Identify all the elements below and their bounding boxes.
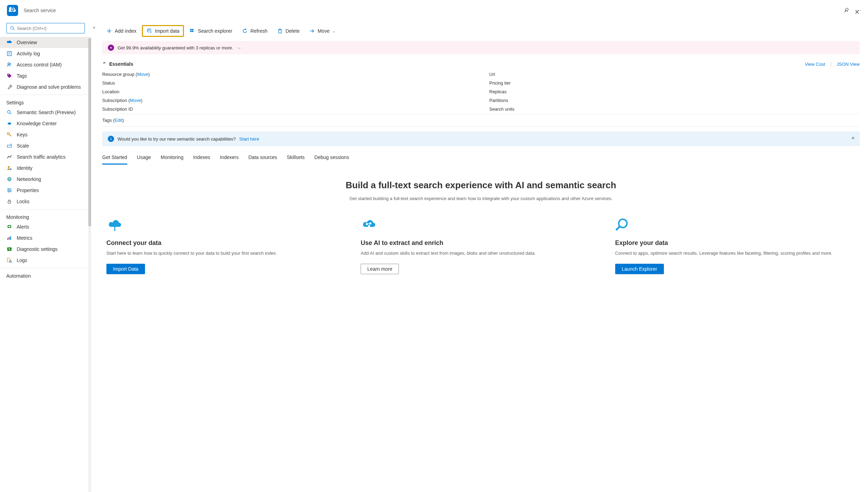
nav-label: Diagnostic settings — [17, 246, 58, 252]
nav-locks[interactable]: Locks — [0, 196, 91, 207]
nav-label: Properties — [17, 188, 39, 193]
svg-rect-46 — [279, 30, 281, 33]
hero: Build a full-text search experience with… — [102, 180, 860, 202]
svg-point-11 — [8, 111, 10, 113]
magnifier-icon — [615, 217, 632, 234]
svg-point-26 — [8, 189, 9, 190]
replicas-row: Replicas — [489, 89, 860, 94]
nav-semantic-search[interactable]: Semantic Search (Preview) — [0, 107, 91, 118]
launch-explorer-button[interactable]: Launch Explorer — [615, 264, 664, 274]
essentials-toggle[interactable]: ⌃ Essentials — [102, 61, 133, 67]
btn-label: Search explorer — [198, 28, 232, 34]
svg-rect-17 — [7, 145, 11, 147]
essentials-section: ⌃ Essentials View Cost JSON View Resourc… — [102, 59, 860, 127]
nav-networking[interactable]: Networking — [0, 174, 91, 185]
diagnostic-icon — [6, 246, 13, 252]
refresh-button[interactable]: Refresh — [238, 26, 272, 36]
svg-line-12 — [10, 113, 11, 114]
tab-indexers[interactable]: Indexers — [220, 152, 239, 165]
url-row: Url — [489, 72, 860, 77]
nav-traffic-analytics[interactable]: Search traffic analytics — [0, 151, 91, 162]
json-view-link[interactable]: JSON View — [837, 62, 860, 67]
view-cost-link[interactable]: View Cost — [805, 62, 825, 67]
tab-data-sources[interactable]: Data sources — [248, 152, 277, 165]
nav-access-control[interactable]: Access control (IAM) — [0, 59, 91, 70]
search-explorer-button[interactable]: Search explorer — [185, 26, 236, 36]
move-button[interactable]: Move ⌄ — [305, 26, 339, 36]
svg-line-56 — [617, 227, 619, 230]
wrench-icon — [6, 84, 13, 90]
trash-icon — [277, 28, 283, 34]
nav-diagnostic-settings[interactable]: Diagnostic settings — [0, 244, 91, 255]
knowledge-icon — [6, 120, 13, 127]
section-automation: Automation — [0, 268, 91, 280]
svg-point-10 — [8, 74, 9, 75]
nav-knowledge-center[interactable]: Knowledge Center — [0, 118, 91, 129]
start-here-link[interactable]: Start here — [239, 136, 259, 142]
svg-rect-29 — [8, 201, 11, 203]
svg-point-13 — [8, 123, 9, 124]
nav-keys[interactable]: Keys — [0, 129, 91, 140]
move-link[interactable]: Move — [137, 72, 148, 77]
search-input[interactable] — [16, 26, 82, 31]
svg-rect-32 — [7, 238, 8, 240]
arrow-right-icon[interactable]: → — [236, 45, 241, 50]
nav-label: Overview — [17, 40, 37, 45]
btn-label: Add index — [115, 28, 136, 34]
refresh-icon — [242, 28, 248, 34]
banner-text: Would you like to try our new semantic s… — [118, 136, 236, 142]
tab-monitoring[interactable]: Monitoring — [161, 152, 183, 165]
tab-get-started[interactable]: Get Started — [102, 152, 127, 165]
nav-alerts[interactable]: Alerts — [0, 221, 91, 232]
delete-button[interactable]: Delete — [273, 26, 304, 36]
svg-rect-45 — [192, 31, 193, 32]
import-data-card-button[interactable]: Import Data — [106, 264, 145, 274]
sidebar-scrollbar[interactable] — [88, 38, 91, 492]
semantic-search-icon — [6, 109, 13, 116]
tabs: Get Started Usage Monitoring Indexes Ind… — [102, 146, 860, 165]
tab-skillsets[interactable]: Skillsets — [287, 152, 305, 165]
semantic-banner: i Would you like to try our new semantic… — [102, 132, 860, 146]
add-index-button[interactable]: Add index — [102, 26, 140, 36]
close-icon[interactable]: ✕ — [854, 8, 860, 16]
tab-debug-sessions[interactable]: Debug sessions — [314, 152, 349, 165]
nav-label: Networking — [17, 176, 41, 182]
pin-icon[interactable] — [844, 7, 849, 14]
divider — [831, 62, 831, 67]
svg-point-28 — [8, 191, 9, 192]
nav-label: Keys — [17, 132, 27, 137]
nav-logs[interactable]: Logs — [0, 255, 91, 266]
essentials-title: Essentials — [109, 61, 133, 67]
resource-group-row: Resource group (Move) — [102, 72, 473, 77]
move-link[interactable]: Move — [130, 98, 141, 103]
grid-icon — [190, 28, 195, 34]
learn-more-button[interactable]: Learn more — [361, 264, 399, 274]
close-icon[interactable]: ✕ — [851, 136, 855, 141]
nav-activity-log[interactable]: Activity log — [0, 48, 91, 59]
sidebar-search[interactable] — [6, 23, 85, 33]
collapse-sidebar-icon[interactable]: « — [93, 25, 95, 30]
cloud-upload-icon — [106, 217, 123, 234]
btn-label: Move — [318, 28, 329, 34]
nav-identity[interactable]: Identity — [0, 162, 91, 174]
logs-icon — [6, 257, 13, 263]
tab-usage[interactable]: Usage — [137, 152, 151, 165]
nav-diagnose[interactable]: Diagnose and solve problems — [0, 81, 91, 93]
chevron-down-icon: ⌄ — [332, 29, 336, 33]
nav-label: Access control (IAM) — [17, 62, 62, 68]
section-settings: Settings — [0, 95, 91, 107]
nav-scale[interactable]: Scale — [0, 140, 91, 151]
import-data-button[interactable]: Import data — [142, 25, 184, 37]
lock-icon — [6, 198, 13, 205]
chevron-up-icon: ⌃ — [102, 61, 106, 67]
tab-indexes[interactable]: Indexes — [193, 152, 210, 165]
svg-point-3 — [11, 26, 14, 29]
nav-properties[interactable]: Properties — [0, 185, 91, 196]
edit-tags-link[interactable]: Edit — [114, 118, 122, 123]
card-title: Explore your data — [615, 239, 855, 247]
card-title: Connect your data — [106, 239, 347, 247]
nav-tags[interactable]: Tags — [0, 70, 91, 81]
nav-label: Metrics — [17, 235, 32, 241]
nav-overview[interactable]: Overview — [0, 37, 91, 48]
nav-metrics[interactable]: Metrics — [0, 232, 91, 244]
